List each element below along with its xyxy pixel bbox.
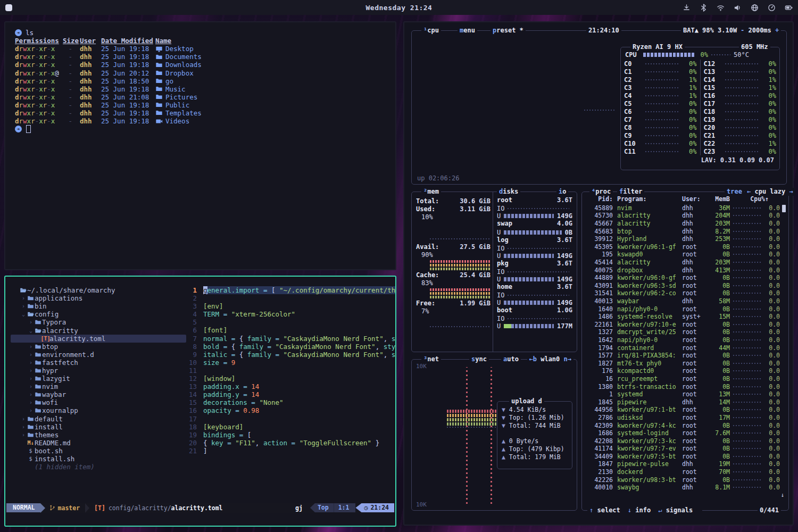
terminal-cursor[interactable] <box>26 125 31 133</box>
net-sync-toggle[interactable]: sync <box>469 355 489 363</box>
preset-button[interactable]: preset * <box>491 27 526 35</box>
proc-select-hint[interactable]: ↑ select <box>589 506 620 514</box>
process-row[interactable]: 176kcompactd0root0B0.0 <box>585 367 785 375</box>
process-name: kworker/u96:0-gf <box>617 274 682 281</box>
gauge-icon[interactable] <box>768 4 776 12</box>
process-row[interactable]: 195kswapd0root0B0.0 <box>585 251 785 259</box>
bluetooth-icon[interactable] <box>700 4 708 12</box>
process-row[interactable]: 44956kworker/u97:1-btroot0B0.0 <box>585 406 785 414</box>
process-row[interactable]: 2130dockerdroot70M0.0 <box>585 468 785 476</box>
tree-item[interactable]: ›bin <box>11 302 186 310</box>
process-row[interactable]: 2786udisksdroot17M0.0 <box>585 414 785 422</box>
net-interface-switch[interactable]: ←b wlan0 n→ <box>527 355 574 363</box>
prompt-line[interactable]: ➜ls <box>15 29 386 37</box>
battery-icon[interactable] <box>785 4 793 12</box>
tree-item[interactable]: (1 hidden item) <box>11 463 186 471</box>
tree-item[interactable]: M↓README.md <box>11 439 186 447</box>
tree-item[interactable]: ›btop <box>11 343 186 351</box>
tree-item[interactable]: ›applications <box>11 294 186 302</box>
process-row[interactable]: 1577irq/81-PIXA3854:root0B0.0 <box>585 352 785 360</box>
process-row[interactable]: 42208kworker/u97:3-kcroot0B0.0 <box>585 437 785 445</box>
neovim-window[interactable]: ~/.local/share/omarchy›applications›bin⌄… <box>4 276 396 527</box>
process-row[interactable]: 43091kworker/u96:3-sdroot0B0.0 <box>585 282 785 290</box>
proc-filter-button[interactable]: filter <box>617 188 644 196</box>
tree-item[interactable]: ›waybar <box>11 390 186 398</box>
process-row[interactable]: 45683btopdhh8.2M0.0 <box>585 227 785 235</box>
process-row[interactable]: 41174kworker/u97:7-evroot0B0.0 <box>585 445 785 453</box>
process-row[interactable]: 1486systemd-resolvesyst+15M0.0 <box>585 313 785 321</box>
process-row[interactable]: 1827mt76-tx phy0root0B0.0 <box>585 359 785 367</box>
process-row[interactable]: 1380btrfs-transactioroot0B0.0 <box>585 383 785 390</box>
tree-item[interactable]: ⌄config <box>11 310 186 318</box>
net-auto-toggle[interactable]: auto <box>501 355 521 363</box>
tree-item[interactable]: ›themes <box>11 431 186 439</box>
process-row[interactable]: 42226kworker/u98:3-btroot0B0.0 <box>585 476 785 484</box>
process-row[interactable]: 1systemdroot13M0.0 <box>585 390 785 398</box>
tab-proc[interactable]: ⁴proc <box>589 188 613 196</box>
process-row[interactable]: 40013waybardhh58M0.0 <box>585 297 785 305</box>
tab-cpu[interactable]: ¹cpu <box>421 27 441 35</box>
process-row[interactable]: 42309kworker/u97:4-kcroot0B0.0 <box>585 421 785 429</box>
tree-item[interactable]: $install.sh <box>11 455 186 463</box>
tree-item[interactable]: ›hypr <box>11 367 186 375</box>
tab-disks[interactable]: disks <box>497 188 520 196</box>
tab-mem[interactable]: ²mem <box>421 188 441 196</box>
tree-item[interactable]: ›xournalpp <box>11 406 186 414</box>
tree-item[interactable]: [T]alacritty.toml <box>11 335 186 343</box>
process-row[interactable]: 45305kworker/u96:1-gfroot0B0.0 <box>585 243 785 251</box>
process-row[interactable]: 1845pipewiredhh14M0.0 <box>585 398 785 406</box>
process-row[interactable]: 1686systemd-logindroot7.6M0.0 <box>585 429 785 437</box>
proc-scrollbar[interactable] <box>782 205 786 212</box>
wifi-icon[interactable] <box>717 4 725 12</box>
process-row[interactable]: 45730alacrittydhh204M0.0 <box>585 212 785 220</box>
tree-item[interactable]: ~/.local/share/omarchy <box>11 286 186 294</box>
volume-icon[interactable] <box>734 4 742 12</box>
line-number: 20 <box>182 439 197 447</box>
network-icon[interactable] <box>751 4 759 12</box>
tree-item[interactable]: ›environment.d <box>11 351 186 359</box>
process-row[interactable]: 22161kworker/u97:10-eroot0B0.0 <box>585 321 785 329</box>
tree-item[interactable]: ›default <box>11 415 186 423</box>
process-row[interactable]: 45414alacrittydhh203M0.0 <box>585 259 785 267</box>
process-row[interactable]: 44889kworker/u96:0-gfroot0B0.0 <box>585 274 785 282</box>
refresh-rate-control[interactable]: - 2000ms + <box>738 27 781 35</box>
btop-window[interactable]: Ryzen AI 9 HX605 MHzCPU0%50°CC00%C10%C21… <box>403 21 794 526</box>
process-row[interactable]: 40075dropboxdhh413M0.0 <box>585 266 785 274</box>
process-row[interactable]: 34409kworker/u97:5-btroot0B0.0 <box>585 453 785 461</box>
process-row[interactable]: 1327dmcrypt_write/25root0B0.0 <box>585 328 785 336</box>
process-row[interactable]: 1847pipewire-pulsedhh19M0.0 <box>585 460 785 468</box>
process-pid: 1642 <box>585 336 613 344</box>
process-row[interactable]: 31541kworker/u96:2-coroot0B0.0 <box>585 289 785 297</box>
proc-info-hint[interactable]: ↓ info <box>628 506 651 514</box>
proc-sort-control[interactable]: ← cpu lazy → <box>745 188 795 196</box>
process-row[interactable]: 40010swaybgdhh8.1M0.0 <box>585 484 785 492</box>
cpu-model: Ryzen AI 9 HX <box>630 43 685 51</box>
process-row[interactable]: 45889nvimdhh36M0.0 <box>585 204 785 212</box>
tree-item[interactable]: ›lazygit <box>11 375 186 383</box>
process-row[interactable]: 1642napi/phy0-0root0B0.0 <box>585 336 785 344</box>
tab-io[interactable]: io <box>556 188 568 196</box>
tree-item[interactable]: ›wofi <box>11 398 186 406</box>
process-row[interactable]: 1794containerdroot44M0.0 <box>585 344 785 352</box>
tree-item[interactable]: ⌄alacritty <box>11 326 186 334</box>
proc-signals-hint[interactable]: ↵ signals <box>658 506 693 514</box>
tree-item[interactable]: $boot.sh <box>11 447 186 455</box>
tree-item[interactable]: ›nvim <box>11 383 186 390</box>
tab-net[interactable]: ³net <box>421 355 441 363</box>
core-load: 0% <box>762 68 776 76</box>
tree-item[interactable]: ›fastfetch <box>11 359 186 367</box>
process-row[interactable]: 45667alacrittydhh203M0.0 <box>585 220 785 228</box>
editor-buffer[interactable]: general.import = [ "~/.config/omarchy/cu… <box>203 286 392 455</box>
process-row[interactable]: 16rcu_preemptroot0B0.0 <box>585 375 785 383</box>
ls-permissions: drwxr-xr-x@ <box>15 69 63 77</box>
terminal-window[interactable]: ➜lsPermissionsSizeUserDate ModifiedNamed… <box>4 21 396 270</box>
tree-item[interactable]: ›Typora <box>11 318 186 326</box>
tree-item[interactable]: ›install <box>11 423 186 431</box>
process-list: 45889nvimdhh36M0.045730alacrittydhh204M0… <box>582 203 788 492</box>
menu-button[interactable]: menu <box>458 27 477 35</box>
prompt-line[interactable]: ➜ <box>15 125 386 133</box>
process-row[interactable]: 39912Hyprlanddhh253M0.0 <box>585 235 785 243</box>
process-row[interactable]: 1640napi/phy0-0root0B0.0 <box>585 305 785 313</box>
proc-tree-toggle[interactable]: tree <box>725 188 744 196</box>
updates-icon[interactable] <box>683 4 691 12</box>
